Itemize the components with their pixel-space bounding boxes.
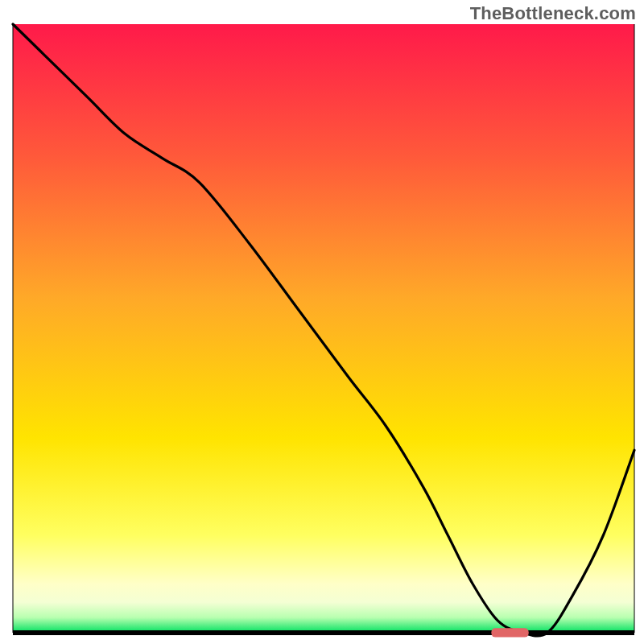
watermark-text: TheBottleneck.com (470, 3, 636, 24)
chart-container: { "watermark": "TheBottleneck.com", "col… (0, 0, 644, 644)
optimal-marker (491, 628, 528, 637)
chart-svg (0, 0, 644, 644)
